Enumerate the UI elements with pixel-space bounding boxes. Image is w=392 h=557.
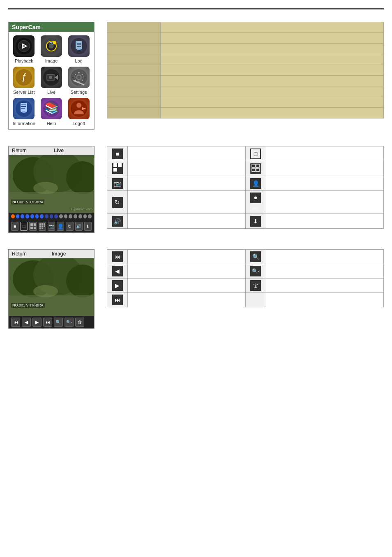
desc-col1	[107, 54, 161, 65]
svg-rect-28	[21, 104, 26, 105]
main-desc-table	[107, 22, 384, 118]
image-video-area: CAM 001 NO.001 VITR-BRA	[9, 258, 94, 316]
img-ctrl-delete-label	[266, 278, 384, 293]
desc-col1	[107, 33, 161, 44]
dots-row	[9, 213, 94, 220]
svg-rect-50	[44, 223, 45, 225]
svg-rect-62	[256, 164, 259, 167]
img-ctrl-zoomin-icon: 🔍	[245, 250, 266, 264]
app-grid: Playback 📷 Image	[9, 32, 94, 129]
svg-point-24	[77, 76, 81, 79]
sound-button[interactable]: 🔊	[75, 222, 83, 231]
app-item-serverlist[interactable]: f Server List	[12, 67, 36, 95]
dot-4	[25, 214, 29, 218]
image-title: Image	[52, 251, 66, 257]
img-zoomout-button[interactable]: 🔍-	[65, 318, 74, 327]
download-button[interactable]: ⬇	[84, 222, 92, 231]
svg-point-35	[76, 103, 81, 108]
dot-5	[30, 214, 34, 218]
help-icon: 📚	[41, 98, 62, 119]
cam-overlay: NO.001 VITR-BR4	[11, 200, 44, 204]
app-item-playback[interactable]: Playback	[12, 35, 36, 63]
dot-12	[64, 214, 68, 218]
img-zoomin-button[interactable]: 🔍	[54, 318, 63, 327]
cam-watermark: supercam.com	[71, 207, 92, 211]
help-label: Help	[47, 121, 56, 126]
refresh-button[interactable]: ↻	[66, 222, 73, 231]
desc-row	[107, 65, 384, 76]
app-item-image[interactable]: 📷 Image	[39, 35, 64, 63]
img-ctrl-empty-label	[266, 293, 384, 307]
supercam-title: SuperCam	[9, 22, 94, 32]
img-prev-button[interactable]: ◀	[22, 318, 31, 327]
desc-row	[107, 22, 384, 33]
desc-row	[107, 97, 384, 108]
live-icon	[41, 67, 62, 88]
img-first-button[interactable]: ⏮	[11, 318, 20, 327]
live-label: Live	[47, 90, 55, 95]
app-item-logoff[interactable]: Logoff	[67, 98, 91, 126]
img-ctrl-zoomout-icon: 🔍-	[245, 264, 266, 278]
svg-rect-64	[256, 168, 259, 172]
return-button[interactable]: Return	[12, 148, 27, 153]
svg-rect-10	[76, 41, 82, 49]
img-ctrl-prev-icon: ◀	[107, 264, 128, 278]
svg-rect-52	[42, 225, 43, 227]
img-delete-button[interactable]: 🗑	[75, 318, 84, 327]
live-ctrl-quad-icon	[245, 161, 266, 176]
image-section: Return Image CAM 001 NO.001 VITR-BRA ⏮	[8, 249, 384, 329]
svg-rect-14	[77, 49, 81, 50]
dot-13	[69, 214, 72, 218]
desc-row	[107, 33, 384, 44]
single-view-button[interactable]: □	[20, 222, 28, 231]
live-ctrl-row-1: ■ □	[107, 146, 384, 161]
img-ctrl-last-label	[128, 293, 246, 307]
information-icon	[13, 98, 35, 119]
app-item-live[interactable]: Live	[39, 67, 64, 95]
desc-col2	[161, 65, 384, 76]
log-label: Log	[75, 58, 82, 63]
desc-col1	[107, 108, 161, 118]
user-button[interactable]: 👤	[57, 222, 64, 231]
svg-rect-51	[39, 225, 41, 227]
image-header: Return Image	[9, 250, 94, 258]
image-label: Image	[45, 58, 58, 63]
svg-rect-63	[252, 168, 255, 172]
desc-col1	[107, 44, 161, 54]
top-divider	[8, 8, 384, 9]
live-controls-table: ■ □	[107, 146, 384, 229]
live-toolbar: ■ □ 📷 👤 ↻ 🔊 ⬇	[9, 220, 94, 232]
img-next-button[interactable]: ▶	[32, 318, 42, 327]
svg-rect-49	[42, 223, 43, 225]
app-item-help[interactable]: 📚 Help	[39, 98, 64, 126]
img-ctrl-empty-icon	[245, 293, 266, 307]
live-ctrl-download-label	[266, 214, 384, 229]
desc-col2	[161, 22, 384, 33]
live-ctrl-split2-icon	[107, 161, 128, 176]
desc-col2	[161, 76, 384, 86]
svg-rect-54	[39, 227, 41, 229]
desc-col1	[107, 76, 161, 86]
svg-rect-27	[21, 103, 27, 112]
svg-rect-61	[252, 164, 255, 167]
app-item-information[interactable]: Information	[12, 98, 36, 126]
dot-9	[50, 214, 53, 218]
live-ctrl-snapshot-label	[128, 176, 246, 191]
app-item-log[interactable]: Log	[67, 35, 91, 63]
stop-button[interactable]: ■	[11, 222, 18, 231]
live-view-panel: Return Live CAM 001	[8, 146, 95, 233]
image-toolbar: ⏮ ◀ ▶ ⏭ 🔍 🔍- 🗑	[9, 316, 94, 328]
app-item-settings[interactable]: Settings	[67, 67, 91, 95]
dot-16	[83, 214, 87, 218]
snapshot-button[interactable]: 📷	[48, 222, 55, 231]
live-ctrl-sound-label	[128, 214, 246, 229]
img-last-button[interactable]: ⏭	[43, 318, 52, 327]
split-view-button[interactable]	[29, 222, 37, 231]
svg-rect-58	[113, 168, 117, 172]
grid-view-button[interactable]	[39, 222, 46, 231]
img-ctrl-first-icon: ⏮	[107, 250, 128, 264]
logoff-icon	[68, 98, 90, 119]
img-ctrl-row-1: ⏮ 🔍	[107, 250, 384, 264]
image-return-button[interactable]: Return	[12, 251, 27, 257]
settings-icon	[68, 67, 90, 88]
